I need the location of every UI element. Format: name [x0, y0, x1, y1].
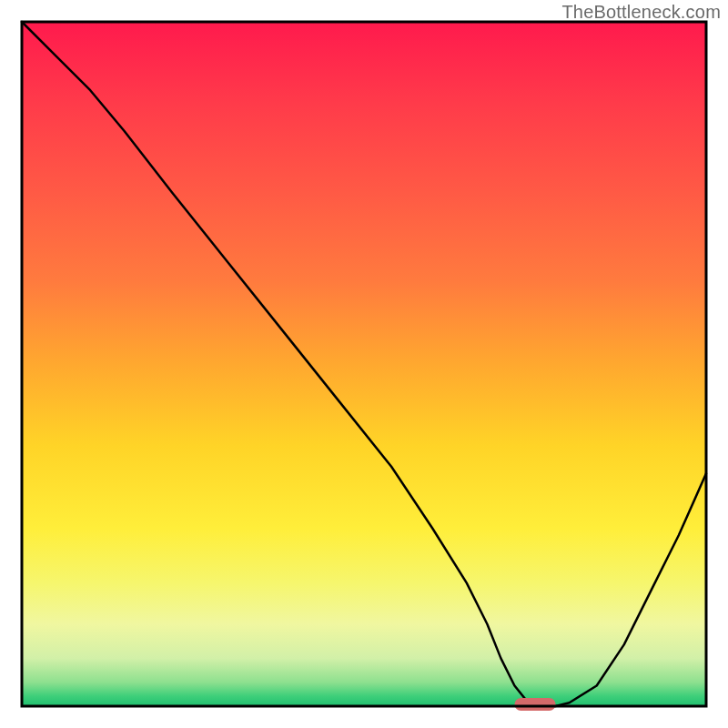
watermark-text: TheBottleneck.com: [561, 2, 721, 23]
bottleneck-chart: TheBottleneck.com: [0, 0, 728, 728]
optimal-marker: [514, 698, 555, 711]
plot-background: [22, 22, 706, 706]
chart-svg: [0, 0, 728, 728]
